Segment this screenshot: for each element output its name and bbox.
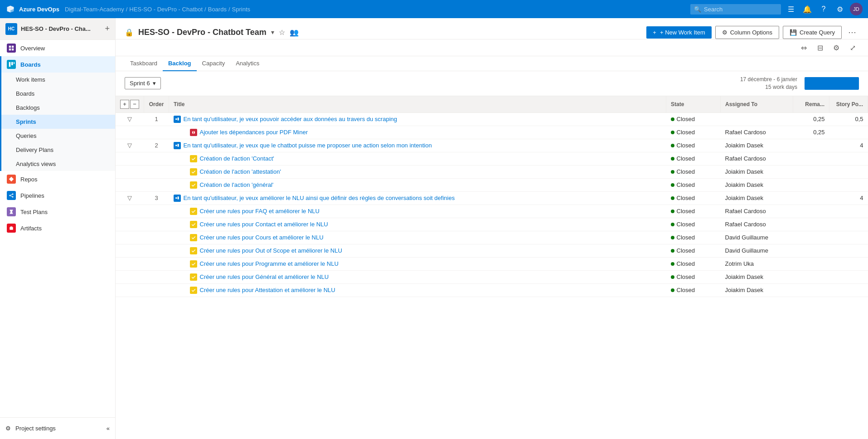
project-settings-item[interactable]: ⚙ Project settings « xyxy=(0,421,115,435)
breadcrumb-item-3[interactable]: Boards xyxy=(208,6,227,13)
breadcrumb-item-2[interactable]: HES-SO - DevPro - Chatbot xyxy=(129,6,203,13)
sidebar-item-boards-sub[interactable]: Boards xyxy=(1,87,115,101)
svg-rect-5 xyxy=(9,62,11,67)
state-cell: Closed xyxy=(666,257,721,270)
order-cell xyxy=(144,205,169,218)
breadcrumb-item-1[interactable]: Digital-Team-Academy xyxy=(65,6,124,13)
sidebar-item-repos[interactable]: Repos xyxy=(0,171,115,187)
story-points-cell: 4 xyxy=(829,191,868,205)
sidebar-bottom: ⚙ Project settings « xyxy=(0,417,115,439)
expand-cell xyxy=(116,231,144,244)
col-state-header: State xyxy=(666,96,721,113)
order-cell xyxy=(144,152,169,165)
sidebar-item-queries[interactable]: Queries xyxy=(1,129,115,143)
table-row: Ajouter les dépendances pour PDF Miner C… xyxy=(116,126,868,139)
col-expand-header: + − xyxy=(116,96,144,113)
breadcrumb-sep-3: / xyxy=(228,6,230,13)
column-options-button[interactable]: ⚙ Column Options xyxy=(715,26,779,39)
sidebar-item-work-items[interactable]: Work items xyxy=(1,73,115,87)
remaining-cell xyxy=(793,191,829,205)
toolbar-right: 17 décembre - 6 janvier 15 work days xyxy=(740,76,859,91)
sidebar-item-overview[interactable]: Overview xyxy=(0,40,115,56)
svg-rect-2 xyxy=(12,46,14,48)
table-row: ▽ 1 En tant qu'utilisateur, je veux pouv… xyxy=(116,112,868,126)
testplans-icon xyxy=(7,207,16,216)
filter-toggle-icon[interactable]: ⇔ xyxy=(797,41,810,54)
svg-rect-19 xyxy=(177,144,179,146)
title-cell: Créer une rules pour Contact et améliore… xyxy=(169,218,666,231)
expand-all-button[interactable]: + xyxy=(120,100,129,109)
new-work-item-button[interactable]: + + New Work Item xyxy=(646,26,711,39)
more-options-button[interactable]: ⋯ xyxy=(845,25,859,39)
sidebar-item-artifacts[interactable]: Artifacts xyxy=(0,220,115,236)
toolbar-left: Sprint 6 ▾ xyxy=(125,77,161,89)
team-members-icon[interactable]: 👥 xyxy=(290,28,299,37)
filter-icon[interactable]: ⊟ xyxy=(814,41,826,54)
tab-capacity[interactable]: Capacity xyxy=(197,56,231,71)
boards-label: Boards xyxy=(20,61,41,68)
help-icon[interactable]: ? xyxy=(817,3,830,15)
sprint-label: Sprint 6 xyxy=(130,80,150,87)
notifications-icon[interactable]: ☰ xyxy=(785,3,797,15)
tab-taskboard[interactable]: Taskboard xyxy=(125,56,163,71)
table-header: + − Order Title State Assigned To Rema..… xyxy=(116,96,868,113)
sprint-selector[interactable]: Sprint 6 ▾ xyxy=(125,77,161,89)
svg-rect-4 xyxy=(12,49,14,50)
avatar[interactable]: JD xyxy=(850,3,863,15)
order-cell: 3 xyxy=(144,191,169,205)
artifacts-label: Artifacts xyxy=(20,225,42,232)
svg-rect-20 xyxy=(175,197,177,199)
main-layout: HC HES-SO - DevPro - Cha... + Overview B… xyxy=(0,18,868,439)
add-project-button[interactable]: + xyxy=(105,24,110,34)
sidebar: HC HES-SO - DevPro - Cha... + Overview B… xyxy=(0,18,116,439)
sidebar-item-delivery-plans[interactable]: Delivery Plans xyxy=(1,143,115,157)
project-settings-label: Project settings xyxy=(15,425,56,432)
repos-icon xyxy=(7,175,16,184)
remaining-cell: 0,25 xyxy=(793,112,829,126)
team-dropdown-icon[interactable]: ▾ xyxy=(271,29,274,36)
col-remaining-header: Rema... xyxy=(793,96,829,113)
title-cell: Création de l'action 'attestation' xyxy=(169,165,666,178)
expand-cell[interactable]: ▽ xyxy=(116,139,144,152)
sidebar-item-boards[interactable]: Boards xyxy=(0,56,115,73)
assigned-cell: Joiakim Dasek xyxy=(721,178,793,191)
assigned-cell: Joiakim Dasek xyxy=(721,270,793,283)
tab-backlog[interactable]: Backlog xyxy=(163,56,197,71)
nav-icons: ☰ 🔔 ? ⚙ JD xyxy=(785,3,863,15)
sidebar-item-backlogs[interactable]: Backlogs xyxy=(1,101,115,115)
search-box[interactable]: 🔍 Search xyxy=(690,4,781,15)
table-row: Créer une rules pour FAQ et améliorer le… xyxy=(116,205,868,218)
expand-cell xyxy=(116,270,144,283)
basket-icon[interactable]: 🔔 xyxy=(801,3,814,15)
fullscreen-icon[interactable]: ⤢ xyxy=(846,41,859,54)
project-avatar: HC xyxy=(5,23,17,35)
collapse-sidebar-icon[interactable]: « xyxy=(107,425,110,432)
delivery-plans-label: Delivery Plans xyxy=(16,146,53,153)
tab-analytics[interactable]: Analytics xyxy=(230,56,265,71)
backlogs-label: Backlogs xyxy=(16,104,40,111)
sprints-label: Sprints xyxy=(16,118,36,125)
header-actions: + + New Work Item ⚙ Column Options 💾 Cre… xyxy=(646,25,859,39)
create-query-button[interactable]: 💾 Create Query xyxy=(783,26,842,39)
state-cell: Closed xyxy=(666,139,721,152)
create-query-icon: 💾 xyxy=(790,29,797,36)
svg-point-9 xyxy=(12,194,14,195)
expand-cell xyxy=(116,205,144,218)
testplans-label: Test Plans xyxy=(20,209,48,215)
expand-cell[interactable]: ▽ xyxy=(116,112,144,126)
sidebar-item-sprints[interactable]: Sprints xyxy=(1,115,115,129)
sidebar-item-testplans[interactable]: Test Plans xyxy=(0,204,115,220)
assigned-cell: Joiakim Dasek xyxy=(721,191,793,205)
azure-devops-logo xyxy=(5,4,15,14)
expand-cell[interactable]: ▽ xyxy=(116,191,144,205)
story-points-cell xyxy=(829,257,868,270)
order-cell xyxy=(144,283,169,297)
settings-icon[interactable]: ⚙ xyxy=(834,3,846,15)
collapse-all-button[interactable]: − xyxy=(130,100,139,109)
column-options-icon: ⚙ xyxy=(722,29,727,36)
breadcrumb-item-4[interactable]: Sprints xyxy=(232,6,250,13)
favorite-icon[interactable]: ☆ xyxy=(279,28,285,37)
column-settings-icon[interactable]: ⚙ xyxy=(830,41,843,54)
sidebar-item-analytics-views[interactable]: Analytics views xyxy=(1,157,115,171)
sidebar-item-pipelines[interactable]: Pipelines xyxy=(0,187,115,204)
